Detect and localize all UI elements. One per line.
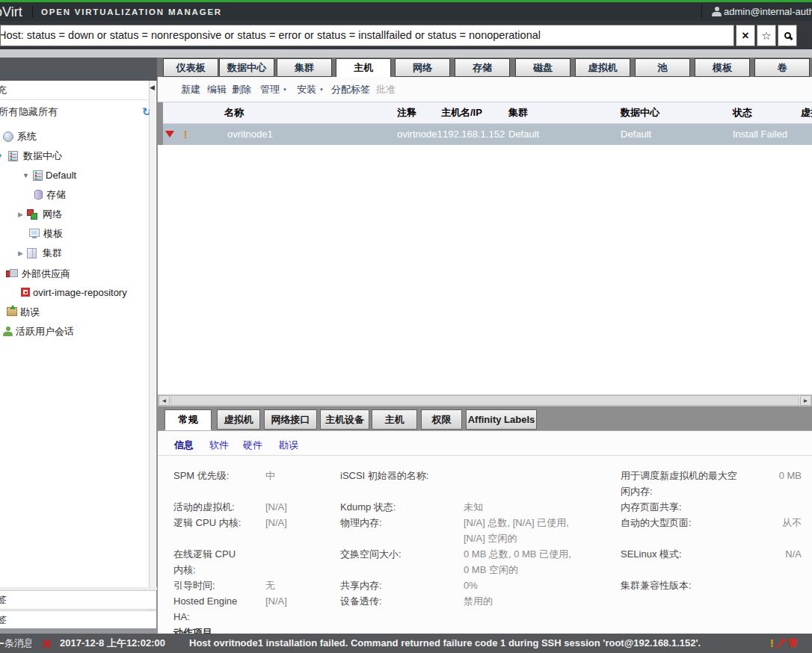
tab-clusters[interactable]: 集群 bbox=[277, 58, 332, 77]
chevron-right-icon[interactable]: ▶ bbox=[18, 244, 23, 263]
edit-button[interactable]: 编辑 bbox=[207, 77, 227, 102]
field-label: 集群兼容性版本: bbox=[621, 578, 742, 593]
chrome-gap bbox=[0, 49, 812, 58]
datacenter-icon bbox=[8, 151, 18, 161]
tab-disks[interactable]: 磁盘 bbox=[515, 58, 570, 77]
tree-item-errata[interactable]: 勘误 bbox=[0, 303, 150, 322]
scrollbar-thumb[interactable] bbox=[170, 395, 799, 406]
tree-item-image-repository[interactable]: ovirt-image-repository bbox=[0, 283, 150, 303]
collapse-panel-icon[interactable]: ◀ bbox=[150, 84, 155, 91]
tree-item-clusters[interactable]: ▶ 集群 bbox=[0, 244, 150, 263]
tab-datacenters[interactable]: 数据中心 bbox=[219, 58, 274, 77]
detail-tab-general[interactable]: 常规 bbox=[164, 409, 212, 430]
detail-tab-network-interfaces[interactable]: 网络接口 bbox=[264, 409, 317, 430]
col-hostname[interactable]: 主机名/IP bbox=[441, 102, 482, 123]
cell-datacenter: Default bbox=[621, 124, 651, 145]
subtab-software[interactable]: 软件 bbox=[209, 439, 229, 452]
hide-all-link[interactable]: 隐藏所有 bbox=[19, 102, 58, 123]
tree-item-storage[interactable]: 存储 bbox=[0, 185, 150, 205]
remove-button[interactable]: 删除 bbox=[232, 77, 251, 102]
chevron-down-icon: ▼ bbox=[319, 87, 324, 92]
table-row[interactable]: ! ovritnode1 ovirtnode1 192.168.1.152 De… bbox=[163, 124, 812, 145]
tree-item-system[interactable]: 系统 bbox=[0, 127, 150, 146]
template-icon bbox=[29, 229, 40, 237]
tree-item-networks[interactable]: ▶ 网络 bbox=[0, 205, 150, 224]
approve-button[interactable]: 批准 bbox=[376, 77, 396, 102]
tree-item-datacenters[interactable]: ▼ 数据中心 bbox=[0, 146, 150, 166]
detail-tab-affinity-labels[interactable]: Affinity Labels bbox=[466, 409, 537, 430]
field-label: 物理内存: bbox=[340, 515, 460, 530]
table-body-empty bbox=[158, 145, 812, 394]
chevron-down-icon[interactable]: ▼ bbox=[0, 264, 1, 284]
installation-dropdown[interactable]: 安装▼ bbox=[297, 77, 324, 102]
clear-search-button[interactable]: × bbox=[736, 25, 755, 46]
show-all-link[interactable]: 所有 bbox=[0, 102, 18, 123]
col-status[interactable]: 状态 bbox=[733, 102, 752, 123]
event-timestamp: 2017-12-8 上午12:02:00 bbox=[60, 634, 165, 653]
scroll-left-button[interactable]: ◄ bbox=[159, 395, 170, 406]
scroll-right-button[interactable]: ► bbox=[800, 395, 811, 406]
chevron-right-icon[interactable]: ▶ bbox=[18, 205, 23, 224]
detail-tab-host-devices[interactable]: 主机设备 bbox=[320, 409, 369, 430]
tree-item-active-user-sessions[interactable]: 活跃用户会话 bbox=[0, 322, 150, 341]
host-down-icon bbox=[165, 131, 174, 137]
detail-tab-host-hooks[interactable]: 主机 Hook bbox=[372, 409, 417, 430]
field-label: 共享内存: bbox=[340, 578, 460, 593]
new-button[interactable]: 新建 bbox=[181, 77, 200, 102]
assign-tags-button[interactable]: 分配标签 bbox=[331, 77, 370, 102]
tags-panel-header[interactable]: 签 bbox=[0, 610, 156, 630]
tab-networks[interactable]: 网络 bbox=[395, 58, 450, 77]
col-vms[interactable]: 虚拟机 bbox=[801, 102, 812, 123]
subtab-hardware[interactable]: 硬件 bbox=[243, 439, 262, 452]
tab-hosts[interactable]: 主机 bbox=[336, 58, 391, 78]
bookmarks-panel-header[interactable]: 签 bbox=[0, 590, 156, 610]
horizontal-scrollbar[interactable]: ◄ ► bbox=[158, 394, 812, 406]
col-name[interactable]: 名称 bbox=[224, 102, 244, 123]
col-cluster[interactable]: 集群 bbox=[508, 102, 528, 123]
subtab-errata[interactable]: 勘误 bbox=[279, 439, 298, 452]
subtab-info[interactable]: 信息 bbox=[174, 439, 194, 452]
run-search-button[interactable] bbox=[778, 25, 797, 46]
tab-storage[interactable]: 存储 bbox=[455, 58, 510, 77]
sidebar-horizontal-scrollbar[interactable] bbox=[0, 628, 157, 634]
tab-vms[interactable]: 虚拟机 bbox=[575, 58, 630, 77]
tree-item-default-dc[interactable]: ▼ Default bbox=[0, 166, 150, 185]
detail-tab-vms[interactable]: 虚拟机 bbox=[217, 409, 260, 430]
tree-item-templates[interactable]: 模板 bbox=[0, 224, 150, 244]
image-repo-icon bbox=[21, 288, 30, 297]
field-label: 引导时间: bbox=[173, 578, 245, 593]
field-value: 禁用的 bbox=[464, 593, 493, 609]
ovirt-logo[interactable]: oVirt bbox=[0, 4, 31, 20]
tab-volumes[interactable]: 卷 bbox=[754, 58, 810, 77]
cell-status: Install Failed bbox=[733, 124, 787, 145]
cell-cluster: Default bbox=[508, 124, 539, 145]
field-value: [N/A] 总数, [N/A] 已使用, [N/A] 空闲的 bbox=[464, 515, 573, 546]
tab-pools[interactable]: 池 bbox=[635, 58, 690, 77]
tree-item-external-providers[interactable]: ▼ 外部供应商 bbox=[0, 264, 150, 284]
col-datacenter[interactable]: 数据中心 bbox=[621, 102, 659, 123]
table-header: 名称 注释 主机名/IP 集群 数据中心 状态 虚拟机 bbox=[163, 102, 812, 124]
management-dropdown[interactable]: 管理▼ bbox=[260, 77, 287, 102]
field-label: 逻辑 CPU 内核: bbox=[173, 515, 245, 530]
bookmark-search-button[interactable]: ☆ bbox=[757, 25, 776, 46]
product-title: OPEN VIRTUALIZATION MANAGER bbox=[41, 7, 222, 16]
warning-exclamation-icon: ! bbox=[770, 634, 774, 653]
event-message[interactable]: Host ovritnode1 installation failed. Com… bbox=[189, 634, 701, 653]
user-menu[interactable]: admin@internal-auth bbox=[709, 2, 812, 21]
network-icon bbox=[27, 209, 39, 220]
chevron-down-icon: ▼ bbox=[283, 87, 287, 92]
field-value: 未知 bbox=[464, 499, 483, 515]
tab-dashboard[interactable]: 仪表板 bbox=[163, 58, 218, 77]
chevron-down-icon[interactable]: ▼ bbox=[22, 166, 29, 185]
tab-templates[interactable]: 模板 bbox=[695, 58, 750, 77]
col-comment[interactable]: 注释 bbox=[397, 102, 416, 123]
search-input[interactable]: Host: status = down or status = nonrespo… bbox=[0, 25, 734, 46]
detail-tab-permissions[interactable]: 权限 bbox=[421, 409, 462, 430]
refresh-icon[interactable]: ↻ bbox=[142, 102, 150, 123]
last-message-label[interactable]: 条消息: bbox=[0, 634, 31, 653]
top-header-bar: oVirt OPEN VIRTUALIZATION MANAGER admin@… bbox=[0, 2, 812, 21]
chevron-down-icon[interactable]: ▼ bbox=[0, 146, 3, 166]
tree-panel-header[interactable]: 充 bbox=[0, 81, 150, 100]
search-icon bbox=[784, 32, 791, 39]
field-value: 无 bbox=[265, 578, 275, 593]
